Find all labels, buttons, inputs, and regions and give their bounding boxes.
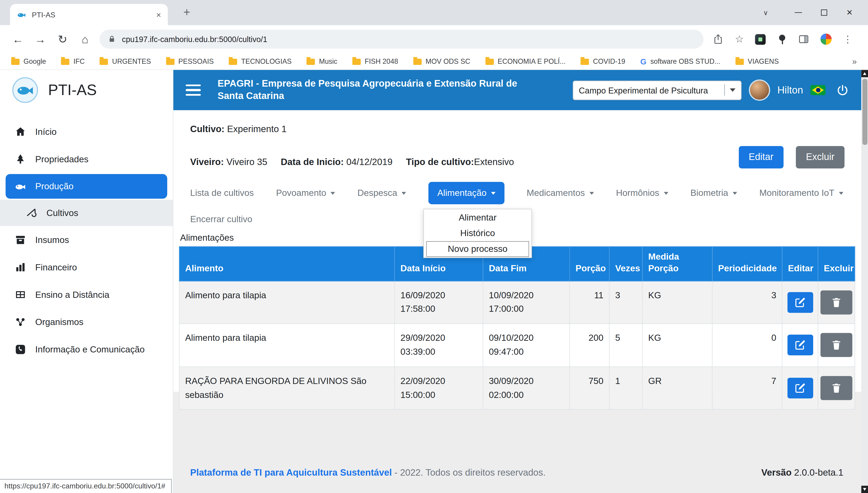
tab-label: Lista de cultivos xyxy=(190,188,254,198)
version-label: Versão xyxy=(761,467,792,477)
brazil-flag-icon[interactable] xyxy=(810,85,825,95)
extension-icon[interactable] xyxy=(755,34,766,45)
cell-data-fim: 09/10/2020 09:47:00 xyxy=(483,324,570,367)
reload-button[interactable]: ↻ xyxy=(51,33,74,46)
pin-extension-icon[interactable] xyxy=(777,34,787,44)
tab-close-icon[interactable]: × xyxy=(156,10,161,19)
tab-label: Hormônios xyxy=(616,188,659,198)
cultivo-heading: Cultivo: Experimento 1 xyxy=(190,124,286,134)
theme-pinwheel-icon[interactable] xyxy=(821,34,832,45)
tab-lista-de-cultivos[interactable]: Lista de cultivos xyxy=(190,188,254,198)
minimize-button[interactable] xyxy=(785,0,811,25)
menu-item-alimentar[interactable]: Alimentar xyxy=(426,210,529,226)
menu-toggle-button[interactable] xyxy=(186,84,201,96)
sidebar-item-producao[interactable]: Produção xyxy=(5,174,167,199)
logout-power-icon[interactable] xyxy=(836,84,849,97)
tab-medicamentos[interactable]: Medicamentos xyxy=(527,188,594,198)
bookmark-economia[interactable]: ECONOMIA E POLÍ... xyxy=(485,57,566,65)
home-button[interactable]: ⌂ xyxy=(74,33,96,45)
more-bookmarks-button[interactable]: » xyxy=(852,57,857,66)
share-icon[interactable] xyxy=(712,34,724,45)
sidebar-item-financeiro[interactable]: Financeiro xyxy=(0,254,173,281)
cell-vezes: 5 xyxy=(609,324,642,367)
tab-strip: PTI-AS × + ∨ × xyxy=(0,0,868,25)
row-edit-button[interactable] xyxy=(787,378,813,399)
vertical-scrollbar[interactable] xyxy=(861,70,868,493)
app-logo-text: PTI-AS xyxy=(48,81,97,99)
bookmark-star-icon[interactable]: ☆ xyxy=(735,34,744,45)
pencil-icon xyxy=(794,382,806,394)
row-delete-button[interactable] xyxy=(821,290,852,314)
sidebar-item-label: Informação e Comunicação xyxy=(35,344,144,355)
tab-alimentacao[interactable]: Alimentação xyxy=(428,182,504,204)
user-name: Hilton xyxy=(777,84,803,96)
row-edit-button[interactable] xyxy=(787,335,813,356)
bookmark-google[interactable]: Google xyxy=(11,57,46,65)
menu-item-historico[interactable]: Histórico xyxy=(426,226,529,241)
back-button[interactable]: ← xyxy=(7,33,29,45)
bookmark-ifc[interactable]: IFC xyxy=(61,57,85,65)
fishing-rod-icon xyxy=(26,207,38,219)
tab-povoamento[interactable]: Povoamento xyxy=(276,188,335,198)
bookmark-obs-studio[interactable]: Gsoftware OBS STUD... xyxy=(640,57,720,66)
sidebar-item-inicio[interactable]: Início xyxy=(0,118,173,146)
new-tab-button[interactable]: + xyxy=(179,5,195,20)
scrollbar-down-button[interactable] xyxy=(861,486,868,493)
bookmark-pessoais[interactable]: PESSOAIS xyxy=(166,57,214,65)
farm-select[interactable]: Campo Experimental de Psicultura xyxy=(573,80,741,100)
table-row: Alimento para tilapia 29/09/2020 03:39:0… xyxy=(179,324,855,367)
viveiro-value: Viveiro 35 xyxy=(226,157,267,167)
tab-encerrar-cultivo[interactable]: Encerrar cultivo xyxy=(190,214,252,224)
col-editar: Editar xyxy=(782,246,818,281)
side-panel-icon[interactable] xyxy=(798,34,809,45)
footer-brand-link[interactable]: Plataforma de TI para Aquicultura Susten… xyxy=(190,467,392,477)
bookmark-viagens[interactable]: VIAGENS xyxy=(735,57,779,65)
folder-icon xyxy=(353,59,361,65)
tab-search-chevron-icon[interactable]: ∨ xyxy=(753,0,779,25)
bookmark-music[interactable]: Music xyxy=(307,57,337,65)
sidebar-item-informacao-e-comunicacao[interactable]: Informação e Comunicação xyxy=(0,336,173,363)
row-edit-button[interactable] xyxy=(787,292,813,313)
cell-medida: KG xyxy=(642,281,712,324)
scrollbar-thumb[interactable] xyxy=(862,79,867,145)
folder-icon xyxy=(485,59,494,65)
tab-hormonios[interactable]: Hormônios xyxy=(616,188,668,198)
app-logo[interactable]: PTI-AS xyxy=(0,70,173,110)
sidebar-item-organismos[interactable]: Organismos xyxy=(0,308,173,336)
address-bar[interactable]: cpu197.ifc-camboriu.edu.br:5000/cultivo/… xyxy=(99,30,704,49)
sidebar-item-label: Insumos xyxy=(35,235,69,245)
user-avatar[interactable] xyxy=(749,80,770,101)
tab-biometria[interactable]: Biometria xyxy=(690,188,737,198)
home-icon xyxy=(15,126,26,137)
bookmark-fish-2048[interactable]: FISH 2048 xyxy=(353,57,398,65)
row-delete-button[interactable] xyxy=(821,333,852,357)
tab-label: Alimentação xyxy=(437,188,487,198)
cell-alimento: Alimento para tilapia xyxy=(179,324,395,367)
sidebar-item-ensino-a-distancia[interactable]: Ensino a Distância xyxy=(0,281,173,308)
bookmark-urgentes[interactable]: URGENTES xyxy=(100,57,151,65)
sidebar-item-propriedades[interactable]: Propriedades xyxy=(0,146,173,173)
tab-monitoramento-iot[interactable]: Monitoramento IoT xyxy=(759,188,843,198)
bookmark-mov-ods-sc[interactable]: MOV ODS SC xyxy=(413,57,470,65)
menu-item-novo-processo[interactable]: Novo processo xyxy=(426,241,529,257)
browser-menu-icon[interactable]: ⋮ xyxy=(843,34,852,45)
maximize-button[interactable] xyxy=(811,0,837,25)
cell-porcao: 200 xyxy=(570,324,609,367)
data-inicio-value: 04/12/2019 xyxy=(346,157,393,167)
folder-icon xyxy=(413,59,422,65)
excluir-button[interactable]: Excluir xyxy=(796,146,844,168)
folder-icon xyxy=(100,59,108,65)
window-close-button[interactable]: × xyxy=(837,0,863,25)
bookmark-tecnologias[interactable]: TECNOLOGIAS xyxy=(229,57,292,65)
tab-despesca[interactable]: Despesca xyxy=(357,188,406,198)
sidebar-item-label: Organismos xyxy=(35,317,83,327)
sidebar-item-cultivos[interactable]: Cultivos xyxy=(0,200,173,226)
sidebar-item-insumos[interactable]: Insumos xyxy=(0,226,173,254)
row-delete-button[interactable] xyxy=(821,376,852,400)
bookmark-covid-19[interactable]: COVID-19 xyxy=(581,57,625,65)
scrollbar-up-button[interactable] xyxy=(861,70,868,77)
editar-button[interactable]: Editar xyxy=(738,146,783,168)
forward-button[interactable]: → xyxy=(29,33,51,45)
cultivo-label: Cultivo: xyxy=(190,124,224,134)
browser-tab[interactable]: PTI-AS × xyxy=(10,4,168,25)
